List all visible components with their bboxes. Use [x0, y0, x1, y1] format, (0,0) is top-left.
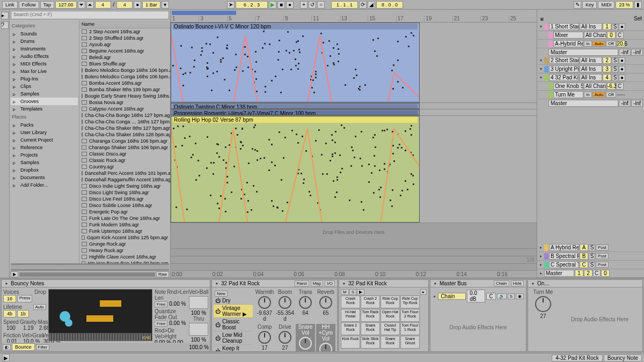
track-strip[interactable]: ▾ 4 32 Pad Kit All Ins 4 S ● [537, 73, 644, 82]
chain-solo-button[interactable]: S [508, 293, 515, 299]
track-pan[interactable]: C [616, 32, 624, 39]
session-rec-icon[interactable]: ○ [317, 1, 325, 9]
preset-item[interactable]: ⏻ Keep It Safe [214, 345, 253, 351]
file-item[interactable]: Disco Light Swing 16ths.agr [79, 189, 170, 196]
midi-clip[interactable]: Ostinato Bounce i-VI-V C Minor 120 bpm [171, 23, 420, 102]
category-item[interactable]: ▹Templates [11, 105, 78, 113]
return-name[interactable]: B Spectral R [549, 253, 579, 260]
fold-tracks-icon[interactable]: ▣ [539, 16, 545, 21]
bounce-select[interactable]: Bounce [12, 343, 35, 351]
file-item[interactable]: Country.agr [79, 164, 170, 170]
master-name[interactable]: Master [544, 270, 574, 277]
fold-icon[interactable]: ▸ [538, 262, 544, 268]
fold-icon[interactable]: ▾ [538, 67, 544, 72]
file-item[interactable]: Dancehall Perc Accent 16ths 101 bpm.agr [79, 170, 170, 176]
track-color[interactable] [544, 57, 548, 64]
rand-button[interactable]: Rand [295, 280, 309, 286]
file-item[interactable]: Funk Late On The One 16ths.agr [79, 215, 170, 221]
file-item[interactable]: Bolero Melodico Conga 16ths 106 bpm.agr [79, 73, 170, 80]
track-vol[interactable] [617, 94, 625, 95]
drum-pad[interactable]: Hi-Hat Pedal [341, 309, 360, 322]
preview-waveform[interactable] [11, 263, 169, 271]
track-strip[interactable]: ▾ 2 Short Stac All Ins 2 S ● [537, 56, 644, 65]
arrangement-ruler[interactable]: 135791113151719212325 [171, 10, 537, 23]
place-item[interactable]: ▹Packs [11, 121, 78, 129]
return-solo[interactable]: S [589, 245, 595, 251]
drum-pad[interactable]: Snare Rock [361, 322, 380, 335]
track-device[interactable]: Mixer [553, 32, 583, 39]
tap-button[interactable]: Tap [40, 1, 55, 9]
overview-selection[interactable] [172, 11, 236, 15]
file-item[interactable]: 2 Step Accent 16ths.agr [79, 28, 170, 35]
loop-start-field[interactable]: 1 . 1 . 1 [331, 1, 358, 9]
track-arm[interactable]: ● [619, 24, 625, 30]
device-fold-icon[interactable]: ● [530, 281, 536, 286]
punch-in-icon[interactable]: ◢ [368, 1, 375, 9]
metronome-icon[interactable]: ● [134, 1, 141, 9]
place-item[interactable]: ▹Projects [11, 151, 78, 159]
track-name[interactable]: 2 Short Stac [549, 57, 579, 64]
preset-power-icon[interactable]: ⏻ [215, 298, 221, 304]
track-name[interactable]: 4 32 Pad Kit [549, 74, 579, 81]
return-track-row[interactable] [171, 256, 537, 264]
return-track-row[interactable] [171, 241, 537, 249]
comp-knob[interactable] [258, 331, 271, 344]
file-item[interactable]: Grunge Rock.agr [79, 241, 170, 247]
key-button[interactable]: Key [582, 1, 597, 9]
preset-power-icon[interactable]: ⏻ [215, 308, 221, 314]
place-item[interactable]: ▹Add Folder... [11, 181, 78, 189]
category-item[interactable]: ▹Samples [11, 90, 78, 98]
filter-button[interactable]: Filter [36, 344, 50, 350]
place-item[interactable]: ▹Reference [11, 144, 78, 151]
place-item[interactable]: ▹Samples [11, 159, 78, 166]
category-item[interactable]: ▹Max for Live [11, 68, 78, 75]
quantize-field[interactable]: 1 Bar [142, 1, 160, 9]
file-item[interactable]: Classic Disco.agr [79, 151, 170, 157]
preview-scrub[interactable] [19, 272, 155, 277]
track-solo[interactable]: S [612, 75, 618, 81]
track-name[interactable]: 3 Upright Pi [549, 65, 579, 72]
lifetime-field[interactable]: 4b [3, 310, 16, 317]
return-post[interactable]: Post [596, 262, 609, 268]
return-name[interactable]: A Hybrid Re [549, 244, 579, 251]
device-master-bus[interactable]: ●Master Bus Chain Hide ▸ Chain 0.0 dB C … [430, 279, 526, 352]
fold-icon[interactable]: ▾ [538, 75, 544, 80]
track-strip[interactable]: ▾ 1 Short Stac All Ins 1 S ● [537, 23, 644, 31]
pad-s-button[interactable]: S [349, 289, 356, 295]
track-channels[interactable]: All Chann [584, 32, 606, 39]
help-view-icon[interactable]: ? [1, 21, 9, 29]
file-item[interactable]: Funk Modern 16ths.agr [79, 221, 170, 228]
file-item[interactable]: Gqom Kick Accent 16ths 125 bpm.agr [79, 234, 170, 241]
chain-button[interactable]: Chain [494, 280, 509, 286]
file-item[interactable]: Beledi.agr [79, 54, 170, 61]
track-num[interactable]: 2 [603, 57, 611, 64]
drum-pad[interactable]: Tom Floor 1 Rock [400, 322, 420, 335]
voices-field[interactable]: 16 [3, 295, 16, 302]
category-item[interactable]: ▹Plug-Ins [11, 75, 78, 83]
return-post[interactable]: Post [596, 253, 609, 259]
device-on[interactable]: ●On… Turn Me 27 Drop Audio Effects Here [528, 279, 643, 352]
file-item[interactable]: Bossa Nova.agr [79, 99, 170, 106]
track-arm[interactable]: ● [619, 66, 625, 72]
link-button[interactable]: Link [2, 1, 18, 9]
thru-slider[interactable] [189, 323, 208, 336]
file-item[interactable]: Cha-Cha-Cha Conga … 16ths 127 bpm.agr [79, 119, 170, 125]
track-input[interactable]: All Ins [580, 23, 602, 30]
category-item[interactable]: ▹Instruments [11, 45, 78, 53]
track-input[interactable]: All Ins [580, 74, 602, 81]
preset-item[interactable]: ⏻ Dry [214, 297, 253, 305]
chain-name[interactable]: Chain [438, 293, 466, 300]
gravity-value[interactable]: 1.19 [20, 325, 37, 331]
track-row[interactable]: Ostinato Twisting C Minor 138 bpm [171, 103, 537, 109]
file-header-name[interactable]: Name [79, 20, 170, 28]
chain-db[interactable]: 0.0 dB [467, 290, 485, 302]
notelen-value[interactable]: Free [155, 301, 167, 307]
trans-knob[interactable] [299, 296, 312, 309]
midi-clip[interactable]: Ostinato Twisting C Minor 138 bpm [171, 103, 420, 109]
tempo-field[interactable]: 127.00 [55, 1, 77, 9]
press-button[interactable]: Press [17, 295, 32, 302]
track-color[interactable] [544, 262, 548, 268]
drum-pad[interactable]: Kick Rock [341, 336, 360, 349]
device-fold-icon[interactable]: ● [341, 281, 347, 286]
fold-icon[interactable]: ▸ [538, 245, 544, 250]
